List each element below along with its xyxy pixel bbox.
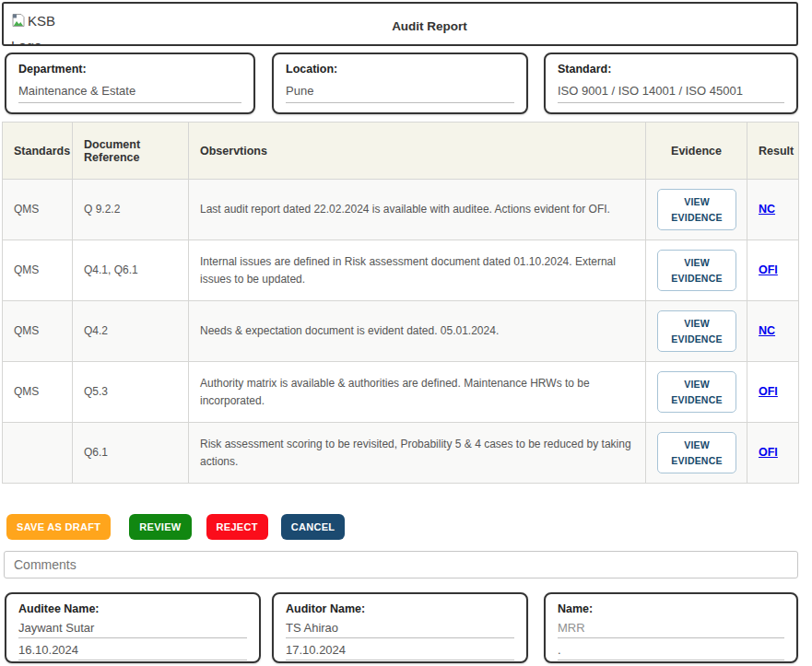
cell-standard: QMS <box>3 240 73 301</box>
view-evidence-button[interactable]: VIEW EVIDENCE <box>657 432 736 474</box>
col-header-observations: Observtions <box>189 123 646 180</box>
view-evidence-button[interactable]: VIEW EVIDENCE <box>657 189 736 231</box>
table-row: QMS Q 9.2.2 Last audit report dated 22.0… <box>3 180 799 240</box>
col-header-doc-reference: Document Reference <box>73 123 189 180</box>
reject-button[interactable]: REJECT <box>206 514 268 540</box>
result-link[interactable]: OFI <box>759 385 778 398</box>
auditee-name-value[interactable]: Jaywant Sutar <box>18 621 247 638</box>
cell-doc-ref: Q5.3 <box>73 362 189 423</box>
result-link[interactable]: OFI <box>759 263 778 276</box>
result-link[interactable]: OFI <box>759 446 778 459</box>
cell-observation: Authority matrix is available & authorit… <box>189 362 646 423</box>
auditor-signature-box: Auditor Name: TS Ahirao 17.10.2024 <box>272 592 528 663</box>
ksb-logo-broken: KSB Logo <box>4 4 63 46</box>
cell-doc-ref: Q4.1, Q6.1 <box>73 240 189 301</box>
auditor-name-label: Auditor Name: <box>286 602 514 615</box>
mrr-date-value[interactable]: . <box>558 643 784 660</box>
cell-observation: Needs & expectation document is evident … <box>189 301 646 362</box>
report-header: KSB Logo Audit Report <box>2 2 798 46</box>
table-row: Q6.1 Risk assessment scoring to be revis… <box>3 423 799 484</box>
cell-doc-ref: Q4.2 <box>73 301 189 362</box>
mrr-signature-box: Name: MRR . <box>544 592 798 663</box>
location-fieldbox: Location: Pune <box>272 53 528 114</box>
page-title: Audit Report <box>63 4 796 33</box>
auditee-signature-box: Auditee Name: Jaywant Sutar 16.10.2024 <box>5 592 261 663</box>
cell-observation: Last audit report dated 22.02.2024 is av… <box>189 180 646 240</box>
cell-observation: Risk assessment scoring to be revisited,… <box>189 423 646 484</box>
comments-input[interactable] <box>4 551 798 578</box>
table-row: QMS Q4.2 Needs & expectation document is… <box>3 301 799 362</box>
audit-observations-table: Standards Document Reference Observtions… <box>2 122 799 484</box>
mrr-name-value[interactable]: MRR <box>558 621 784 638</box>
auditor-date-value[interactable]: 17.10.2024 <box>286 643 514 660</box>
cell-observation: Internal issues are defined in Risk asse… <box>189 240 646 301</box>
view-evidence-button[interactable]: VIEW EVIDENCE <box>657 371 736 414</box>
standard-value[interactable]: ISO 9001 / ISO 14001 / ISO 45001 <box>558 84 784 103</box>
cell-doc-ref: Q6.1 <box>73 423 189 484</box>
department-label: Department: <box>18 63 241 76</box>
cell-standard: QMS <box>3 362 73 423</box>
view-evidence-button[interactable]: VIEW EVIDENCE <box>657 310 736 353</box>
signature-row: Auditee Name: Jaywant Sutar 16.10.2024 A… <box>5 592 812 663</box>
broken-image-icon <box>11 11 26 34</box>
review-button[interactable]: REVIEW <box>129 514 191 540</box>
result-link[interactable]: NC <box>759 324 775 337</box>
location-value[interactable]: Pune <box>286 84 514 103</box>
cell-standard <box>3 423 73 484</box>
auditee-name-label: Auditee Name: <box>18 602 247 615</box>
table-row: QMS Q5.3 Authority matrix is available &… <box>3 362 799 423</box>
auditor-name-value[interactable]: TS Ahirao <box>286 621 514 638</box>
cancel-button[interactable]: CANCEL <box>281 514 346 540</box>
cell-doc-ref: Q 9.2.2 <box>73 180 189 240</box>
col-header-result: Result <box>747 123 799 180</box>
table-header-row: Standards Document Reference Observtions… <box>3 123 799 180</box>
table-row: QMS Q4.1, Q6.1 Internal issues are defin… <box>3 240 799 301</box>
standard-label: Standard: <box>558 63 784 76</box>
cell-standard: QMS <box>3 301 73 362</box>
location-label: Location: <box>286 63 514 76</box>
col-header-evidence: Evidence <box>646 123 747 180</box>
department-value[interactable]: Maintenance & Estate <box>18 84 241 103</box>
standard-fieldbox: Standard: ISO 9001 / ISO 14001 / ISO 450… <box>544 53 798 114</box>
auditee-date-value[interactable]: 16.10.2024 <box>18 643 247 660</box>
mrr-name-label: Name: <box>558 602 784 615</box>
view-evidence-button[interactable]: VIEW EVIDENCE <box>657 250 736 292</box>
header-fields-row: Department: Maintenance & Estate Locatio… <box>5 53 812 114</box>
col-header-standards: Standards <box>3 123 73 180</box>
cell-standard: QMS <box>3 180 73 240</box>
action-buttons-row: SAVE AS DRAFT REVIEW REJECT CANCEL <box>6 514 812 540</box>
department-fieldbox: Department: Maintenance & Estate <box>5 53 255 114</box>
save-as-draft-button[interactable]: SAVE AS DRAFT <box>6 514 111 540</box>
result-link[interactable]: NC <box>759 203 775 216</box>
